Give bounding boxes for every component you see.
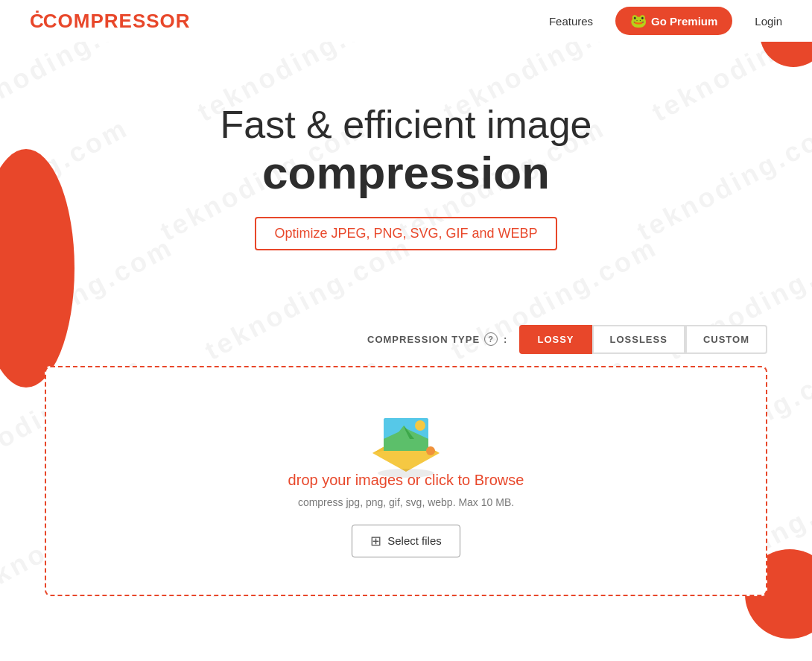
nav-features-link[interactable]: Features <box>549 15 593 28</box>
plus-icon: ⊞ <box>370 533 381 549</box>
dropzone-hint: compress jpg, png, gif, svg, webp. Max 1… <box>76 496 736 508</box>
dropzone[interactable]: drop your images or click to Browse comp… <box>45 366 767 596</box>
hero-title-bold: compression <box>30 148 782 198</box>
compression-type-label: COMPRESSION TYPE ? : <box>367 332 507 346</box>
hero-section: Fast & efficient image compression Optim… <box>0 42 812 280</box>
type-custom-button[interactable]: CUSTOM <box>685 325 767 354</box>
compression-section: COMPRESSION TYPE ? : LOSSY LOSSLESS CUST… <box>0 280 812 626</box>
hero-subtitle: Optimize JPEG, PNG, SVG, GIF and WEBP <box>255 217 556 250</box>
svg-point-8 <box>426 446 435 455</box>
frog-icon: 🐸 <box>630 13 647 29</box>
select-files-button[interactable]: ⊞ Select files <box>352 525 460 557</box>
compression-info-icon[interactable]: ? <box>484 332 498 346</box>
type-lossy-button[interactable]: LOSSY <box>519 325 591 354</box>
svg-point-7 <box>415 420 425 431</box>
nav-login-link[interactable]: Login <box>755 15 782 28</box>
logo-text: Ċ COMPRESSOR <box>30 10 191 33</box>
go-premium-button[interactable]: 🐸 Go Premium <box>615 7 732 35</box>
logo[interactable]: Ċ COMPRESSOR <box>30 10 191 33</box>
type-lossless-button[interactable]: LOSSLESS <box>592 325 685 354</box>
nav: Features 🐸 Go Premium Login <box>549 7 782 35</box>
hero-title-light: Fast & efficient image <box>30 101 782 148</box>
dropzone-icon <box>365 412 447 472</box>
svg-point-9 <box>378 469 434 478</box>
compression-type-bar: COMPRESSION TYPE ? : LOSSY LOSSLESS CUST… <box>45 325 767 354</box>
header: Ċ COMPRESSOR Features 🐸 Go Premium Login <box>0 0 812 42</box>
